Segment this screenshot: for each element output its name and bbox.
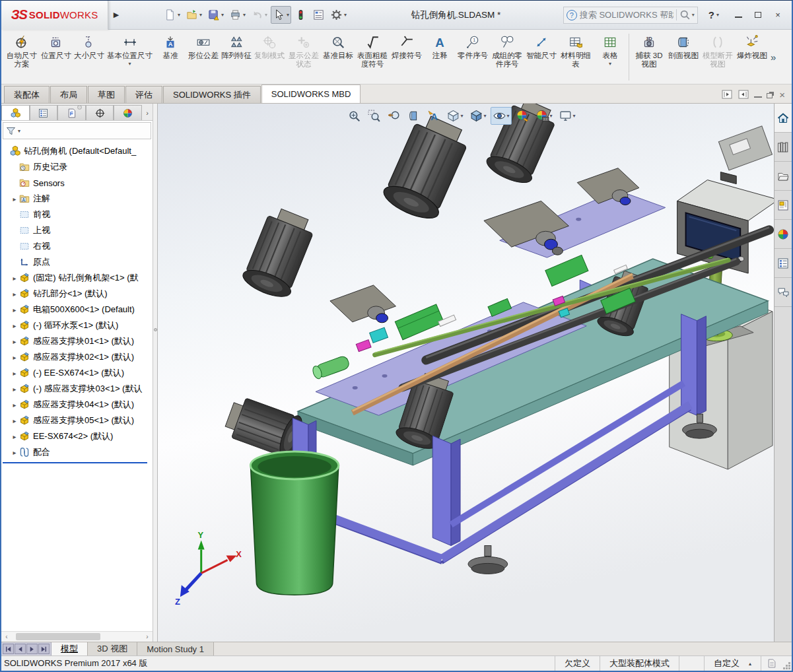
tree-rollback-bar[interactable] — [3, 462, 147, 463]
ribbon-button[interactable]: 爆炸视图 — [736, 31, 769, 83]
ribbon-button[interactable]: 基准目标 — [322, 31, 355, 83]
home-tab[interactable] — [775, 104, 792, 133]
expand-arrow-icon[interactable]: ▸ — [11, 417, 18, 424]
last-tab-icon[interactable] — [38, 644, 50, 654]
search-box[interactable]: ? ▾ — [563, 7, 698, 24]
design-library-tab[interactable] — [775, 133, 792, 162]
tree-item[interactable]: 右视 — [1, 238, 153, 254]
tree-item[interactable]: ▸(固定) 钻孔倒角机架<1> (默 — [1, 270, 153, 286]
maximize-button[interactable] — [749, 8, 767, 22]
new-document-button[interactable]: ▾ — [162, 6, 182, 24]
next-tab-icon[interactable] — [26, 644, 38, 654]
search-dropdown-caret[interactable]: ▾ — [692, 12, 695, 18]
first-tab-icon[interactable] — [3, 644, 14, 654]
tree-item[interactable]: 前视 — [1, 207, 153, 222]
graphics-area[interactable]: Y X Z ▾▾▾▾▾ — [158, 104, 774, 642]
undo-button-caret[interactable]: ▾ — [265, 12, 267, 18]
propertymanager-tab[interactable] — [30, 105, 58, 120]
appearances-scenes-tab[interactable] — [775, 220, 792, 249]
filter-dropdown-caret[interactable]: ▾ — [18, 128, 20, 134]
ribbon-button[interactable]: 成组的零件序号 — [489, 31, 525, 83]
model-tab[interactable]: Motion Study 1 — [137, 642, 214, 655]
view-settings-button[interactable]: ▾ — [556, 107, 577, 125]
command-tab[interactable]: SOLIDWORKS 插件 — [163, 86, 261, 103]
tree-item[interactable]: ▸配合 — [1, 444, 153, 460]
expand-arrow-icon[interactable]: ▸ — [11, 433, 18, 440]
menu-flyout-button[interactable]: ▶ — [110, 5, 122, 25]
dimxpertmanager-tab[interactable] — [86, 105, 114, 120]
search-input[interactable] — [580, 10, 673, 20]
command-tab[interactable]: SOLIDWORKS MBD — [261, 84, 361, 103]
panel-collapse-handle[interactable] — [77, 105, 82, 110]
custom-properties-tab[interactable] — [775, 249, 792, 278]
select-button[interactable]: ▾ — [271, 6, 291, 24]
ribbon-button[interactable]: 大小尺寸 — [73, 31, 106, 83]
tree-item[interactable]: ▸感应器支撑块04<1> (默认) — [1, 397, 153, 413]
zoom-area-button[interactable] — [364, 107, 382, 125]
section-view-button[interactable] — [404, 107, 422, 125]
command-tab[interactable]: 评估 — [125, 86, 162, 103]
apply-scene-button[interactable]: ▾ — [533, 107, 554, 125]
collapse-right-icon[interactable] — [738, 88, 749, 100]
tree-item[interactable]: 钻孔倒角机 (Default<Default_ — [1, 143, 153, 159]
print-button-caret[interactable]: ▾ — [243, 12, 246, 18]
tree-item[interactable]: 上视 — [1, 222, 153, 238]
doc-close-button[interactable]: × — [779, 90, 785, 100]
panel-tabs-overflow[interactable]: › — [142, 105, 153, 120]
ribbon-button[interactable]: 捕获 3D 视图 — [631, 31, 667, 83]
tree-item[interactable]: ▸(-) EE-SX674<1> (默认) — [1, 365, 153, 381]
ribbon-overflow-button[interactable]: » — [769, 51, 778, 63]
ribbon-button[interactable]: 位置尺寸 — [40, 31, 73, 83]
expand-arrow-icon[interactable]: ▸ — [11, 370, 18, 377]
expand-arrow-icon[interactable]: ▸ — [11, 306, 18, 314]
status-tag-icon[interactable] — [761, 656, 782, 671]
scrollbar-thumb[interactable] — [16, 633, 100, 640]
doc-minimize-button[interactable] — [754, 91, 762, 98]
tree-item[interactable]: ▸感应器支撑块02<1> (默认) — [1, 349, 153, 365]
solidworks-forum-tab[interactable] — [775, 278, 792, 307]
hide-show-items-caret[interactable]: ▾ — [506, 113, 509, 119]
expand-arrow-icon[interactable]: ▸ — [11, 386, 18, 393]
tree-item[interactable]: ▸EE-SX674<2> (默认) — [1, 428, 153, 444]
select-button-caret[interactable]: ▾ — [287, 12, 289, 18]
open-button[interactable]: ▾ — [184, 6, 204, 24]
view-settings-caret[interactable]: ▾ — [572, 113, 575, 119]
resize-grip[interactable] — [782, 656, 792, 671]
machine-3d-model[interactable]: Y X Z — [158, 104, 774, 642]
featuremanager-tab[interactable] — [1, 105, 30, 120]
ribbon-button[interactable]: 注释 — [423, 31, 456, 83]
save-button[interactable]: ▾ — [205, 6, 226, 24]
assembly-visualization-button[interactable] — [310, 6, 327, 24]
command-tab[interactable]: 草图 — [88, 86, 125, 103]
ribbon-button[interactable]: 基准 — [154, 31, 187, 83]
scroll-left-icon[interactable]: ‹ — [1, 632, 12, 642]
zoom-fit-button[interactable] — [345, 107, 362, 125]
tree-item[interactable]: ▸感应器支撑块05<1> (默认) — [1, 413, 153, 428]
displaymanager-tab[interactable] — [114, 105, 142, 120]
undo-button[interactable]: ▾ — [249, 6, 269, 24]
tree-item[interactable]: ▸电箱500X600<1> (Default) — [1, 302, 153, 318]
tree-item[interactable]: 历史记录 — [1, 159, 153, 175]
view-orientation-button[interactable]: ▾ — [444, 107, 465, 125]
view-palette-tab[interactable] — [775, 191, 792, 220]
file-explorer-tab[interactable] — [775, 162, 792, 191]
command-tab[interactable]: 装配体 — [4, 86, 50, 103]
tree-item[interactable]: ▸(-) 循环水泵<1> (默认) — [1, 318, 153, 333]
expand-arrow-icon[interactable]: ▸ — [11, 322, 18, 329]
model-tab[interactable]: 模型 — [52, 642, 88, 655]
options-button[interactable]: ▾ — [328, 6, 349, 24]
close-button[interactable]: × — [769, 8, 786, 22]
ribbon-button[interactable]: 表格▾ — [594, 31, 627, 83]
options-button-caret[interactable]: ▾ — [344, 12, 347, 18]
edit-appearance-button[interactable] — [513, 107, 531, 125]
tree-item[interactable]: ▸感应器支撑块01<1> (默认) — [1, 333, 153, 349]
ribbon-button[interactable]: 表面粗糙度符号 — [355, 31, 390, 83]
ribbon-button[interactable]: 形位公差 — [187, 31, 220, 83]
apply-scene-caret[interactable]: ▾ — [549, 113, 552, 119]
tree-item[interactable]: ▸注解 — [1, 191, 153, 207]
ribbon-button[interactable]: 零件序号 — [456, 31, 489, 83]
expand-arrow-icon[interactable]: ▸ — [11, 195, 18, 203]
status-custom-dropdown[interactable]: 自定义▴ — [704, 656, 761, 671]
expand-arrow-icon[interactable]: ▸ — [11, 338, 18, 345]
ribbon-button[interactable]: 基本位置尺寸▾ — [106, 31, 154, 83]
